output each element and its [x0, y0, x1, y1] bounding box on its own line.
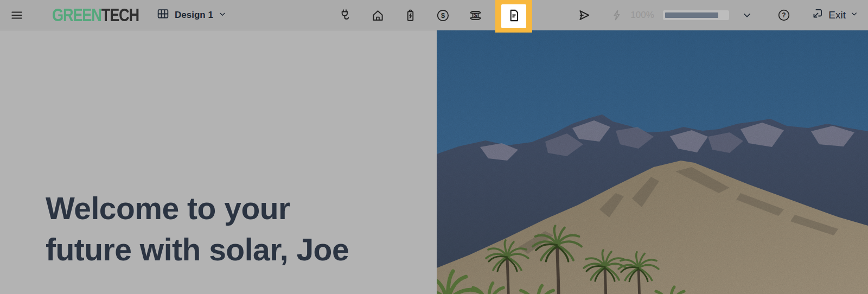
proposal-button[interactable]	[501, 4, 526, 28]
hamburger-icon	[10, 8, 24, 22]
top-toolbar: GREENTECH Design 1	[0, 0, 868, 30]
toolbar-right-group: 100% ?	[575, 6, 858, 24]
plug-icon	[338, 8, 353, 23]
home-button[interactable]	[368, 6, 387, 24]
welcome-heading-line1: Welcome to your	[46, 188, 349, 229]
dollar-coin-icon: $	[436, 8, 450, 23]
proposal-tool-highlight	[495, 0, 532, 33]
grid-icon	[156, 7, 170, 23]
home-icon	[371, 8, 385, 23]
exit-label: Exit	[828, 9, 846, 21]
photo-grain	[437, 30, 868, 294]
logo-dark-text: TECH	[101, 4, 139, 25]
zoom-slider[interactable]	[663, 10, 729, 20]
present-button[interactable]	[575, 6, 593, 24]
zoom-slider-fill	[665, 12, 718, 18]
desert-mountains-illustration	[437, 30, 868, 294]
chevron-down-icon	[218, 10, 227, 21]
help-glyph: ?	[782, 11, 786, 19]
welcome-heading-line2: future with solar, Joe	[46, 229, 349, 270]
document-icon	[507, 8, 521, 24]
hamburger-menu-button[interactable]	[8, 6, 26, 24]
zoom-value: 100%	[630, 10, 655, 21]
question-mark-icon: ?	[777, 8, 791, 22]
exit-icon	[810, 7, 824, 23]
plug-button[interactable]	[336, 6, 354, 24]
tool-icon-group: $ $	[336, 0, 532, 30]
dollar-glyph: $	[474, 12, 477, 18]
welcome-heading: Welcome to your future with solar, Joe	[46, 188, 349, 270]
hero-photo	[437, 30, 868, 294]
incentives-button[interactable]: $	[466, 6, 484, 24]
dollar-glyph: $	[441, 11, 444, 20]
welcome-panel: Welcome to your future with solar, Joe	[0, 30, 437, 294]
design-selector-label: Design 1	[175, 10, 213, 21]
battery-button[interactable]	[401, 6, 419, 24]
help-button[interactable]: ?	[775, 6, 793, 24]
energy-bolt-icon	[608, 6, 626, 24]
logo-green-text: GREEN	[52, 4, 101, 25]
main-content: Welcome to your future with solar, Joe	[0, 30, 868, 294]
bank-icon: $	[468, 8, 483, 23]
present-play-icon	[577, 8, 592, 23]
financing-button[interactable]: $	[433, 6, 452, 24]
zoom-chevron-down-icon[interactable]	[738, 6, 756, 24]
greentech-logo: GREENTECH	[52, 4, 139, 25]
battery-icon	[403, 8, 418, 23]
exit-button[interactable]: Exit	[810, 7, 858, 23]
exit-chevron-down-icon	[850, 10, 858, 20]
design-selector[interactable]: Design 1	[156, 7, 227, 23]
